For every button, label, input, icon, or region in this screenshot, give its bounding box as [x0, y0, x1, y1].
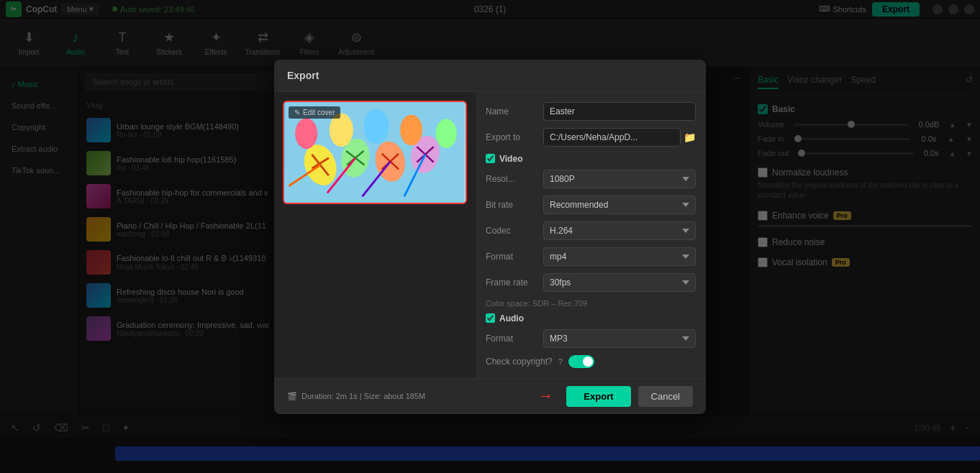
modal-overlay: Export ✎ Edit cover: [0, 0, 980, 473]
copyright-row: Check copyright? ?: [486, 355, 696, 368]
audio-section: Audio Format MP3 AAC WAV: [486, 313, 696, 348]
framerate-row: Frame rate 24fps 25fps 30fps 60fps: [486, 273, 696, 292]
cancel-btn-label: Cancel: [651, 391, 680, 402]
preview-image: ✎ Edit cover: [283, 101, 467, 204]
svg-point-15: [363, 109, 389, 144]
modal-settings-side: Name Export to 📁 Video: [476, 92, 706, 378]
resolution-row: Resol... 720P 1080P 2K 4K: [486, 170, 696, 188]
bitrate-label: Bit rate: [486, 200, 536, 210]
export-to-row: Export to 📁: [486, 128, 696, 147]
modal-header: Export: [274, 60, 706, 92]
copyright-label: Check copyright?: [486, 357, 553, 367]
bitrate-row: Bit rate Low Medium Recommended High: [486, 196, 696, 214]
audio-header: Audio: [486, 313, 696, 323]
modal-title: Export: [287, 70, 319, 81]
footer-info: 🎬 Duration: 2m 1s | Size: about 185M: [287, 392, 425, 401]
svg-point-16: [400, 114, 422, 145]
name-label: Name: [486, 106, 536, 116]
edit-cover-label: Edit cover: [303, 109, 335, 116]
duration-size-text: Duration: 2m 1s | Size: about 185M: [301, 392, 425, 400]
video-checkbox[interactable]: [486, 154, 495, 163]
export-path-field: 📁: [543, 128, 696, 147]
name-row: Name: [486, 102, 696, 121]
toggle-knob: [583, 357, 593, 367]
svg-point-17: [436, 119, 457, 148]
resolution-select[interactable]: 720P 1080P 2K 4K: [543, 170, 696, 188]
export-path-input[interactable]: [543, 128, 681, 147]
modal-body: ✎ Edit cover: [274, 92, 706, 378]
format-label: Format: [486, 252, 536, 262]
folder-icon[interactable]: 📁: [684, 132, 696, 143]
film-icon: 🎬: [287, 392, 297, 401]
name-input[interactable]: [543, 102, 696, 121]
pencil-icon: ✎: [294, 109, 300, 116]
audio-format-select[interactable]: MP3 AAC WAV: [543, 329, 696, 348]
audio-label: Audio: [499, 313, 524, 323]
codec-select[interactable]: H.264 H.265 ProRes: [543, 221, 696, 240]
audio-checkbox[interactable]: [486, 313, 495, 323]
svg-point-13: [295, 118, 317, 149]
modal-preview-side: ✎ Edit cover: [274, 92, 476, 378]
format-row: Format mp4 mov avi: [486, 247, 696, 266]
arrow-icon: →: [537, 387, 553, 405]
copyright-toggle[interactable]: [568, 355, 594, 368]
format-select[interactable]: mp4 mov avi: [543, 247, 696, 266]
codec-row: Codec H.264 H.265 ProRes: [486, 221, 696, 240]
export-button[interactable]: Export: [566, 386, 630, 407]
color-space-text: Color space: SDR – Rec.709: [486, 299, 696, 308]
audio-format-label: Format: [486, 334, 536, 344]
codec-label: Codec: [486, 226, 536, 236]
copyright-help-icon[interactable]: ?: [558, 357, 563, 366]
bitrate-select[interactable]: Low Medium Recommended High: [543, 196, 696, 214]
footer-buttons: → Export Cancel: [537, 386, 693, 407]
framerate-select[interactable]: 24fps 25fps 30fps 60fps: [543, 273, 696, 292]
resolution-label: Resol...: [486, 174, 536, 184]
export-modal: Export ✎ Edit cover: [274, 60, 706, 414]
modal-footer: 🎬 Duration: 2m 1s | Size: about 185M → E…: [274, 378, 706, 414]
framerate-label: Frame rate: [486, 277, 536, 288]
edit-cover-button[interactable]: ✎ Edit cover: [289, 106, 340, 119]
cancel-button[interactable]: Cancel: [638, 386, 693, 407]
video-header: Video: [486, 154, 696, 164]
export-btn-label: Export: [584, 391, 613, 402]
video-label: Video: [499, 154, 522, 164]
export-to-label: Export to: [486, 132, 536, 142]
audio-format-row: Format MP3 AAC WAV: [486, 329, 696, 348]
